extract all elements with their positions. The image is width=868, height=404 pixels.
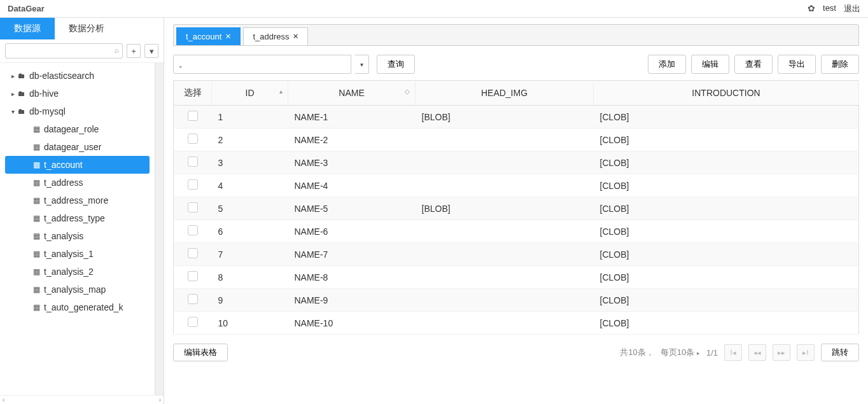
caret-right-icon[interactable]: ▸ [8, 90, 18, 97]
cell-head-img [416, 243, 594, 266]
table-header: 选择 ID▴ NAME◇ HEAD_IMG INTRODUCTION [174, 81, 859, 106]
sidebar-search: ⌕ [5, 43, 123, 59]
pager-first-button[interactable]: I◂ [724, 344, 742, 361]
row-checkbox-cell [174, 106, 212, 129]
caret-down-icon[interactable]: ▾ [8, 108, 18, 115]
search-icon[interactable]: ⌕ [115, 46, 119, 55]
query-input[interactable] [173, 55, 351, 74]
table-row[interactable]: 6NAME-6[CLOB] [174, 220, 859, 243]
table-icon: ▦ [33, 249, 40, 258]
tree-node-t-analysis-map[interactable]: ▦t_analysis_map [3, 281, 152, 298]
cell-id: 4 [212, 174, 288, 197]
delete-button[interactable]: 删除 [821, 55, 859, 74]
row-checkbox[interactable] [188, 157, 198, 167]
cell-name: NAME-5 [288, 197, 416, 220]
tree-node-db-mysql[interactable]: ▾🖿db-mysql [3, 102, 152, 120]
tab-analysis[interactable]: 数据分析 [55, 18, 118, 39]
table-row[interactable]: 5NAME-5[BLOB][CLOB] [174, 197, 859, 220]
table-row[interactable]: 8NAME-8[CLOB] [174, 266, 859, 289]
table-row[interactable]: 7NAME-7[CLOB] [174, 243, 859, 266]
caret-right-icon[interactable]: ▸ [8, 73, 18, 80]
tree-node-datagear-user[interactable]: ▦datagear_user [3, 138, 152, 156]
tree-node-t-analysis-1[interactable]: ▦t_analysis_1 [3, 245, 152, 263]
table-row[interactable]: 10NAME-10[CLOB] [174, 312, 859, 335]
col-select[interactable]: 选择 [174, 81, 212, 106]
data-tabs: t_account✕t_address✕ [173, 24, 859, 46]
tree-scrollbar[interactable] [155, 63, 164, 395]
table-icon: ▦ [33, 303, 40, 312]
tree-node-t-address-type[interactable]: ▦t_address_type [3, 209, 152, 227]
sort-icon: ◇ [405, 88, 410, 95]
cell-id: 8 [212, 266, 288, 289]
col-head-img[interactable]: HEAD_IMG [416, 81, 594, 106]
scroll-left-icon[interactable]: ‹ [3, 396, 4, 403]
cell-id: 10 [212, 312, 288, 335]
row-checkbox[interactable] [188, 134, 198, 144]
row-checkbox[interactable] [188, 111, 198, 121]
tree-node-datagear-role[interactable]: ▦datagear_role [3, 120, 152, 138]
row-checkbox-cell [174, 266, 212, 289]
row-checkbox[interactable] [188, 317, 198, 327]
database-icon: 🖿 [18, 107, 25, 116]
table-row[interactable]: 2NAME-2[CLOB] [174, 129, 859, 151]
add-button[interactable]: 添加 [648, 55, 686, 74]
tree-node-label: t_analysis_2 [44, 267, 94, 277]
cell-introduction: [CLOB] [594, 220, 859, 243]
pager-jump-button[interactable]: 跳转 [821, 344, 859, 361]
tree-node-t-auto-generated-k[interactable]: ▦t_auto_generated_k [3, 298, 152, 316]
close-icon[interactable]: ✕ [225, 32, 231, 41]
pager-last-button[interactable]: ▸I [797, 344, 815, 361]
col-introduction[interactable]: INTRODUCTION [594, 81, 859, 106]
table-row[interactable]: 1NAME-1[BLOB][CLOB] [174, 106, 859, 129]
query-dropdown-button[interactable]: ▾ [355, 55, 369, 74]
row-checkbox[interactable] [188, 179, 198, 190]
edit-grid-button[interactable]: 编辑表格 [173, 344, 228, 361]
row-checkbox[interactable] [188, 202, 198, 212]
add-datasource-button[interactable]: + [127, 44, 141, 58]
view-button[interactable]: 查看 [734, 55, 773, 74]
cell-head-img [416, 129, 594, 151]
logout-link[interactable]: 退出 [844, 3, 860, 15]
more-options-button[interactable]: ▾ [144, 44, 158, 58]
row-checkbox[interactable] [188, 294, 198, 304]
row-checkbox[interactable] [188, 248, 198, 258]
database-icon: 🖿 [18, 89, 25, 98]
row-checkbox[interactable] [188, 225, 198, 235]
query-button[interactable]: 查询 [377, 55, 415, 74]
cell-name: NAME-8 [288, 266, 416, 289]
table-row[interactable]: 4NAME-4[CLOB] [174, 174, 859, 197]
pager-next-button[interactable]: ▸▸ [773, 344, 790, 361]
page-size-selector[interactable]: 每页10条 ▸ [661, 347, 700, 358]
tree-node-db-hive[interactable]: ▸🖿db-hive [3, 85, 152, 102]
settings-icon[interactable]: ✿ [808, 3, 815, 15]
toolbar-right: 添加 编辑 查看 导出 删除 [648, 55, 859, 74]
sidebar: 数据源 数据分析 ⌕ + ▾ ▸🖿db-elasticsearch▸🖿db-hi… [0, 18, 164, 404]
username-label[interactable]: test [823, 3, 836, 15]
table-row[interactable]: 3NAME-3[CLOB] [174, 151, 859, 174]
data-tab-t-account[interactable]: t_account✕ [176, 27, 241, 45]
tree-node-t-analysis[interactable]: ▦t_analysis [3, 227, 152, 245]
tree-node-label: t_address_more [44, 195, 108, 205]
tab-datasource[interactable]: 数据源 [0, 18, 55, 39]
cell-name: NAME-9 [288, 289, 416, 312]
table-icon: ▦ [33, 267, 40, 276]
tree-node-t-analysis-2[interactable]: ▦t_analysis_2 [3, 263, 152, 281]
row-checkbox[interactable] [188, 271, 198, 281]
scroll-right-icon[interactable]: › [159, 396, 161, 403]
close-icon[interactable]: ✕ [293, 32, 298, 41]
pager-prev-button[interactable]: ◂◂ [748, 344, 766, 361]
tree-node-t-address-more[interactable]: ▦t_address_more [3, 192, 152, 209]
tree-node-db-elasticsearch[interactable]: ▸🖿db-elasticsearch [3, 67, 152, 85]
export-button[interactable]: 导出 [778, 55, 816, 74]
tree-node-t-address[interactable]: ▦t_address [3, 174, 152, 192]
cell-introduction: [CLOB] [594, 289, 859, 312]
table-row[interactable]: 9NAME-9[CLOB] [174, 289, 859, 312]
edit-button[interactable]: 编辑 [691, 55, 729, 74]
sidebar-horizontal-scroll[interactable]: ‹ › [0, 395, 164, 404]
tree-node-t-account[interactable]: ▦t_account [5, 156, 150, 174]
col-id[interactable]: ID▴ [212, 81, 288, 106]
data-tab-t-address[interactable]: t_address✕ [243, 27, 308, 45]
header-actions: ✿ test 退出 [808, 3, 860, 15]
col-name[interactable]: NAME◇ [288, 81, 416, 106]
sidebar-search-input[interactable] [5, 43, 123, 59]
